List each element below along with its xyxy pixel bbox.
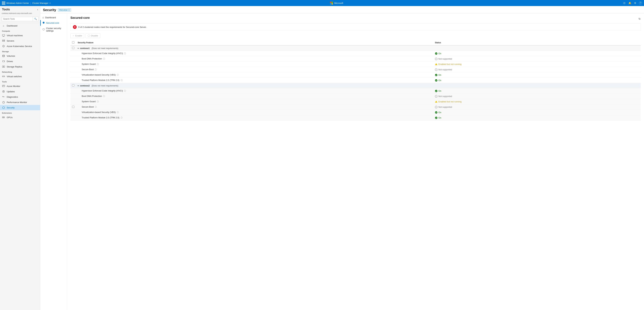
info-icon[interactable]: ⓘ [124,90,126,92]
svg-point-14 [3,76,3,77]
feature-status-cell: On [433,51,641,56]
section-tools: Tools [0,79,40,83]
status-not-supported: Not supported [435,58,639,60]
status-text: Enabled but not running [438,100,462,103]
sidebar-item-volumes[interactable]: Volumes [0,53,40,59]
feature-name-cell: Secure Boot ⓘ [76,67,433,72]
col-feature-header: Security Feature [76,40,433,46]
content-area: Security PREVIEW ⓘ ⌂ Dashboard S [40,6,644,310]
feature-checkbox-cell [70,110,76,115]
enable-label: Enable [75,35,82,37]
status-text: On [438,74,441,76]
refresh-button[interactable]: ↻ [638,17,641,21]
info-icon[interactable]: ⓘ [103,58,105,60]
settings-gear-icon[interactable]: ⚙ [634,2,636,5]
node-name: contoso1 [80,47,90,50]
feature-name: Trusted Platform Module 2.0 (TPM 2.0) [78,116,120,119]
status-text: On [438,111,441,114]
search-tools-input[interactable] [2,17,33,21]
status-text: Not supported [438,95,452,98]
info-icon[interactable]: ⓘ [124,52,126,55]
feature-status-cell: On [433,110,641,115]
cluster-manager-button[interactable]: Cluster Manager ▾ [32,2,50,4]
feature-name-cell: Boot DMA Protection ⓘ [76,56,433,62]
sidebar-item-virtual-machines[interactable]: Virtual machines [0,33,40,38]
feature-checkbox-cell [70,72,76,78]
enable-button[interactable]: ✓ Enable [70,33,84,38]
sidebar-item-azure-kubernetes[interactable]: Azure Kubernetes Service [0,44,40,49]
svg-point-16 [4,76,4,77]
sidebar-item-servers[interactable]: Servers [0,38,40,44]
collapse-sidebar-button[interactable]: ‹ [37,8,38,11]
feature-checkbox-cell [70,94,76,99]
svg-point-5 [4,41,4,41]
sidebar-item-storage-replica[interactable]: Storage Replica [0,64,40,69]
group-checkbox[interactable] [72,47,74,49]
info-icon[interactable]: ⓘ [117,111,119,113]
sidebar-item-gpus[interactable]: GPUs [0,115,40,120]
sidebar-item-label: Security [7,106,14,109]
info-icon[interactable]: ⓘ [120,117,122,119]
select-all-checkbox[interactable] [72,41,74,44]
sidebar-item-dashboard[interactable]: ⌂ Dashboard [0,23,40,28]
status-warning: ! Enabled but not running [435,100,639,103]
disable-button[interactable]: Disable [86,33,100,38]
svg-point-44 [435,111,438,114]
info-icon[interactable]: ⓘ [95,68,97,71]
sidebar-item-virtual-switches[interactable]: Virtual switches [0,74,40,79]
app-name: Windows Admin Center [6,2,29,4]
waffle-icon[interactable] [2,2,5,5]
notification-bell-icon[interactable]: 🔔 [628,2,631,5]
terminal-icon[interactable]: ⊡ [623,2,626,5]
feature-status-cell: On [433,88,641,94]
svg-text:!: ! [436,64,436,65]
feature-name: Boot DMA Protection [78,95,102,97]
sidebar: Tools ‹ contoso.redmond.corp.microsoft.c… [0,6,40,310]
volumes-icon [2,54,5,57]
node-name: contoso2 [80,84,90,87]
preview-info-icon: ⓘ [68,9,70,11]
svg-line-21 [4,102,4,102]
table-row: Secure Boot ⓘ Not supported [70,104,641,110]
status-not-supported: Not supported [435,106,639,108]
status-text: Enabled but not running [438,63,462,66]
table-row: System Guard ⓘ ! Enabled but not running [70,62,641,67]
sidebar-item-security[interactable]: Security [0,105,40,110]
feature-status-cell: Not supported [433,104,641,110]
sidebar-item-azure-monitor[interactable]: Azure Monitor [0,83,40,89]
svg-point-7 [3,46,4,47]
feature-checkbox-cell [70,51,76,56]
info-icon[interactable]: ⓘ [117,74,119,76]
status-text: Not supported [438,106,452,108]
sidebar-item-label: Storage Replica [7,66,22,68]
vm-icon [2,34,5,37]
sidebar-item-performance-monitor[interactable]: Performance Monitor [0,100,40,105]
sidebar-item-drives[interactable]: Drives [0,59,40,64]
topbar-left: Windows Admin Center | Cluster Manager ▾ [2,2,50,5]
feature-status-cell: ! Enabled but not running [433,62,641,67]
help-icon[interactable]: ? [639,2,642,5]
feature-checkbox[interactable] [72,106,74,108]
sidebar-item-label: Drives [7,60,13,63]
table-row: Boot DMA Protection ⓘ Not supported [70,94,641,99]
sidebar-item-updates[interactable]: Updates [0,89,40,94]
left-nav-secured-core[interactable]: Secured-core [40,20,67,26]
info-icon[interactable]: ⓘ [95,106,97,108]
feature-name-cell: Hypervisor Enforced Code Integrity (HVCI… [76,88,433,94]
info-icon[interactable]: ⓘ [120,79,122,81]
left-nav-dashboard[interactable]: ⌂ Dashboard [40,15,67,20]
chevron-icon: ▾ [78,85,79,87]
search-tools-button[interactable]: 🔍 [33,17,38,21]
info-icon[interactable]: ⓘ [103,95,105,97]
svg-point-45 [435,117,438,119]
group-checkbox[interactable] [72,84,74,86]
feature-checkbox-cell [70,104,76,110]
feature-name-cell: Hypervisor Enforced Code Integrity (HVCI… [76,51,433,56]
sidebar-item-diagnostics[interactable]: Diagnostics [0,94,40,100]
feature-status-cell: On [433,72,641,78]
info-icon[interactable]: ⓘ [97,63,99,65]
left-nav-cluster-security[interactable]: Cluster security settings [40,26,67,33]
svg-point-8 [2,55,4,56]
feature-status-cell: Not supported [433,94,641,99]
info-icon[interactable]: ⓘ [97,100,99,103]
